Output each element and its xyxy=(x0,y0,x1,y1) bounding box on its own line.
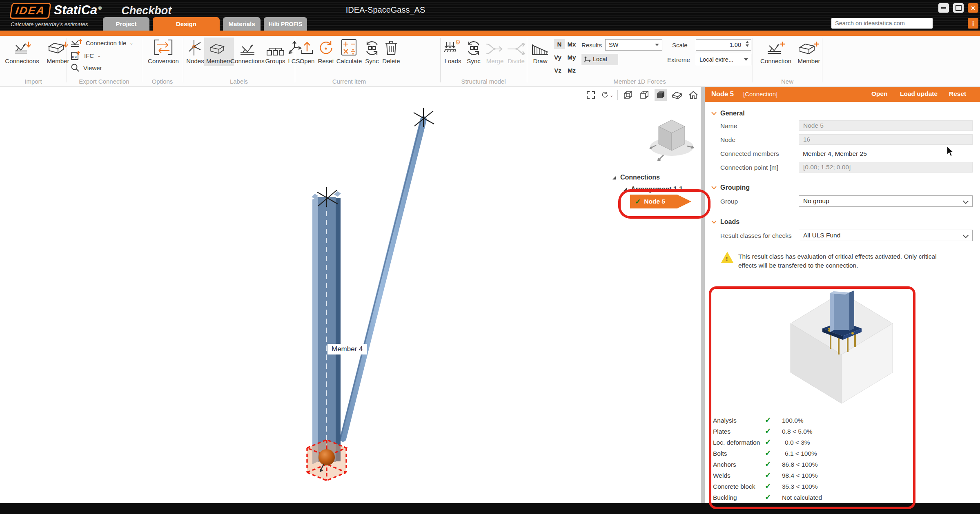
connection-node-sphere[interactable] xyxy=(318,449,335,465)
zoom-fit-button[interactable] xyxy=(585,89,597,101)
current-calculate-button[interactable]: Calculate xyxy=(336,38,363,64)
ribbon-separator xyxy=(295,38,295,82)
group-label: Group xyxy=(720,198,738,205)
orbit-button[interactable]: ⌄ xyxy=(601,89,613,101)
connection-preview-3d[interactable] xyxy=(709,288,901,415)
section-grouping[interactable]: Grouping xyxy=(711,184,750,191)
import-connections-button[interactable]: Connections xyxy=(2,38,42,64)
tree-expanded-icon xyxy=(623,188,627,191)
conversion-label: Conversion xyxy=(148,58,179,64)
name-field: Node 5 xyxy=(799,120,973,131)
minimize-icon xyxy=(941,7,946,9)
sync-icon xyxy=(364,38,380,56)
member-4-label: Member 4 xyxy=(327,344,367,354)
search-input[interactable] xyxy=(831,18,933,29)
current-sync-button[interactable]: Sync xyxy=(363,38,381,64)
ifc-label: IFC xyxy=(84,52,94,59)
export-connection-file-button[interactable]: Connection file ⌄ xyxy=(70,38,133,47)
export-ifc-button[interactable]: IFC IFC ⌄ xyxy=(70,51,101,60)
view-hidden-line-button[interactable] xyxy=(638,89,650,101)
check-label: Loc. deformation xyxy=(713,439,760,446)
tab-project[interactable]: Project xyxy=(103,17,149,31)
navigation-cube[interactable] xyxy=(647,111,696,164)
panel-splitter-scrollbar[interactable] xyxy=(701,87,705,503)
force-component-vy[interactable]: Vy xyxy=(552,52,564,62)
force-component-vz[interactable]: Vz xyxy=(552,65,564,75)
view-solid-button[interactable] xyxy=(655,89,667,101)
model-3d-viewport[interactable] xyxy=(0,87,701,503)
panel-reset-button[interactable]: Reset xyxy=(949,90,966,97)
new-connection-button[interactable]: Connection xyxy=(758,38,794,64)
section-general[interactable]: General xyxy=(711,110,745,117)
labels-connections-toggle[interactable]: Connections xyxy=(231,38,264,64)
force-component-mx[interactable]: Mx xyxy=(566,39,577,49)
connected-members-value[interactable]: Member 4, Member 25 xyxy=(803,150,867,157)
dropdown-arrow-icon xyxy=(655,44,659,46)
results-label: Results xyxy=(581,42,602,49)
spinner-icons[interactable] xyxy=(746,41,749,47)
current-delete-button[interactable]: Delete xyxy=(381,38,401,64)
extreme-dropdown[interactable]: Local extre... xyxy=(696,54,751,65)
new-member-label: Member xyxy=(797,58,820,64)
tree-item-arrangement[interactable]: Arrangement 1-1 xyxy=(623,186,683,193)
group-title-export: Export Connection xyxy=(67,78,142,85)
structural-merge-button[interactable]: Merge xyxy=(484,38,506,64)
new-member-icon xyxy=(798,38,820,56)
import-connections-icon xyxy=(13,38,31,56)
panel-type-badge: [Connection] xyxy=(743,91,777,97)
node-5-base-selection[interactable] xyxy=(307,440,346,481)
import-member-button[interactable]: Member xyxy=(43,38,73,64)
tab-design[interactable]: Design xyxy=(153,17,220,31)
tab-hilti-profis[interactable]: Hilti PROFIS xyxy=(264,17,307,31)
info-button[interactable]: i xyxy=(968,18,978,29)
forces-draw-toggle[interactable]: Draw xyxy=(530,38,550,64)
import-member-label: Member xyxy=(47,58,69,64)
force-component-n[interactable]: N xyxy=(554,39,565,49)
node-label: Node xyxy=(720,136,735,144)
labels-groups-toggle[interactable]: Groups xyxy=(265,38,286,64)
section-clip-button[interactable] xyxy=(671,89,683,101)
node-field: 16 xyxy=(799,134,973,145)
maximize-button[interactable] xyxy=(953,3,964,13)
close-button[interactable]: ✕ xyxy=(968,3,978,13)
view-wireframe-button[interactable] xyxy=(622,89,634,101)
result-classes-dropdown[interactable]: All ULS Fund xyxy=(799,230,973,241)
check-label: Bolts xyxy=(713,450,727,457)
group-dropdown[interactable]: No group xyxy=(799,195,973,207)
property-panel: Node 5 [Connection] Open Load update Res… xyxy=(705,87,980,503)
scale-input[interactable]: 1.00 xyxy=(696,39,751,51)
panel-open-button[interactable]: Open xyxy=(871,90,888,97)
current-reset-button[interactable]: Reset xyxy=(317,38,335,64)
home-view-button[interactable] xyxy=(687,89,699,101)
results-dropdown[interactable]: SW xyxy=(605,39,662,51)
nodes-label: Nodes xyxy=(186,58,204,64)
tree-item-connections[interactable]: Connections xyxy=(612,174,660,181)
connection-point-label: Connection point [m] xyxy=(720,164,778,171)
conversion-button[interactable]: Conversion xyxy=(146,38,180,64)
structural-loads-button[interactable]: ⚙ Loads xyxy=(443,38,463,64)
structural-divide-button[interactable]: Divide xyxy=(506,38,526,64)
check-value: 35.3 < 100% xyxy=(782,483,817,490)
new-member-button[interactable]: Member xyxy=(795,38,822,64)
structural-sync-button[interactable]: Sync xyxy=(465,38,483,64)
force-component-mz[interactable]: Mz xyxy=(566,65,577,75)
minimize-button[interactable] xyxy=(938,3,949,13)
tab-materials[interactable]: Materials xyxy=(223,17,261,31)
labels-nodes-toggle[interactable]: Nodes xyxy=(185,38,205,64)
chevron-down-icon xyxy=(963,198,969,204)
new-connection-label: Connection xyxy=(760,58,791,64)
ribbon-separator xyxy=(440,38,441,82)
member-4-column[interactable] xyxy=(312,191,341,464)
panel-load-update-button[interactable]: Load update xyxy=(900,90,938,97)
group-title-options: Options xyxy=(142,78,183,85)
export-viewer-button[interactable]: Viewer xyxy=(70,63,102,73)
local-toggle[interactable]: Local xyxy=(581,54,618,65)
force-component-my[interactable]: My xyxy=(566,52,577,62)
check-pass-icon: ✓ xyxy=(765,492,771,502)
labels-members-toggle[interactable]: Members xyxy=(204,38,234,66)
member-25-brace[interactable] xyxy=(341,120,423,439)
current-open-button[interactable]: Open xyxy=(298,38,316,64)
section-chevron-icon xyxy=(711,186,717,190)
section-loads[interactable]: Loads xyxy=(711,218,739,226)
check-pass-icon: ✓ xyxy=(765,437,771,447)
